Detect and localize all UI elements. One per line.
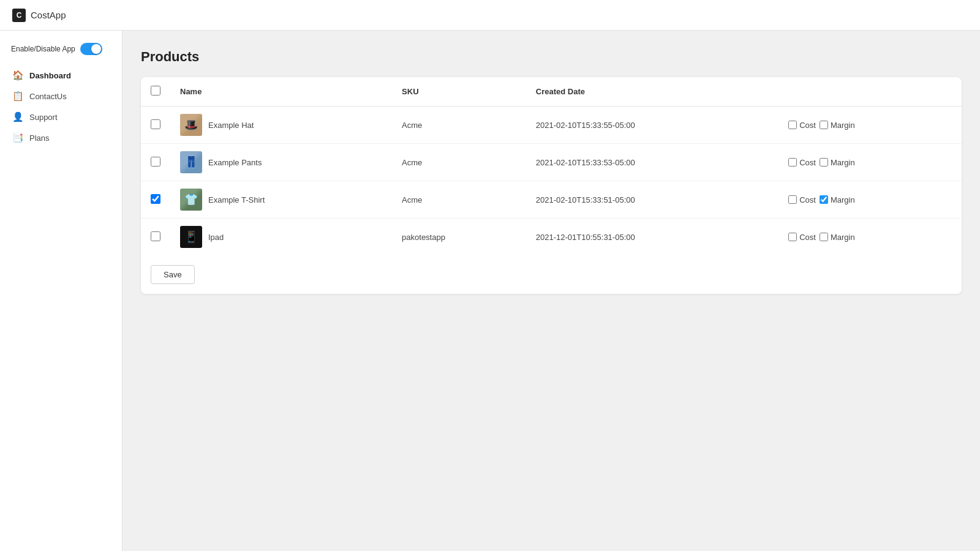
sidebar: Enable/Disable App 🏠 Dashboard 📋 Contact… — [0, 31, 123, 551]
app-logo: C — [12, 9, 26, 22]
sidebar-nav: 🏠 Dashboard 📋 ContactUs 👤 Support 📑 Plan… — [6, 65, 116, 148]
cost-checkbox-pants[interactable] — [788, 158, 797, 167]
enable-disable-toggle[interactable] — [80, 43, 102, 55]
select-all-checkbox[interactable] — [151, 86, 160, 96]
dashboard-icon: 🏠 — [12, 70, 23, 81]
table-header-row: Name SKU Created Date — [141, 77, 962, 107]
enable-disable-label: Enable/Disable App — [11, 45, 75, 53]
col-name: Name — [170, 77, 392, 107]
app-title: CostApp — [31, 10, 66, 20]
sidebar-item-contactus-label: ContactUs — [29, 92, 67, 101]
product-name-text: Example Hat — [208, 121, 254, 130]
row-sku-cell: pakotestapp — [392, 219, 526, 256]
cost-checkbox-ipad[interactable] — [788, 233, 797, 241]
cost-margin-options: CostMargin — [788, 233, 952, 242]
sidebar-item-support[interactable]: 👤 Support — [6, 107, 116, 127]
cost-margin-options: CostMargin — [788, 158, 952, 167]
margin-checkbox-ipad[interactable] — [820, 233, 828, 241]
products-tbody: 🎩Example HatAcme2021-02-10T15:33:55-05:0… — [141, 107, 962, 256]
layout: Enable/Disable App 🏠 Dashboard 📋 Contact… — [0, 31, 980, 551]
cost-label-tshirt[interactable]: Cost — [788, 195, 816, 204]
table-row: 👖Example PantsAcme2021-02-10T15:33:53-05… — [141, 144, 962, 181]
sidebar-item-contactus[interactable]: 📋 ContactUs — [6, 86, 116, 107]
cost-label-pants[interactable]: Cost — [788, 158, 816, 167]
cost-checkbox-hat[interactable] — [788, 121, 797, 129]
row-sku-cell: Acme — [392, 181, 526, 219]
cost-checkbox-tshirt[interactable] — [788, 195, 797, 204]
toggle-track — [80, 43, 102, 55]
product-name-cell: 👕Example T-Shirt — [180, 189, 382, 211]
cost-margin-options: CostMargin — [788, 195, 952, 204]
cost-label-hat[interactable]: Cost — [788, 121, 816, 130]
sidebar-item-dashboard[interactable]: 🏠 Dashboard — [6, 65, 116, 86]
margin-label-pants[interactable]: Margin — [820, 158, 855, 167]
toggle-thumb — [91, 44, 101, 54]
margin-label-tshirt[interactable]: Margin — [820, 195, 855, 204]
row-name-cell: 📱Ipad — [170, 219, 392, 256]
save-area: Save — [141, 255, 962, 294]
row-date-cell: 2021-02-10T15:33:53-05:00 — [526, 144, 778, 181]
products-table: Name SKU Created Date 🎩Example HatAcme20… — [141, 77, 962, 255]
row-cost-margin-cell: CostMargin — [778, 144, 962, 181]
row-date-cell: 2021-02-10T15:33:51-05:00 — [526, 181, 778, 219]
margin-label-ipad[interactable]: Margin — [820, 233, 855, 242]
row-cost-margin-cell: CostMargin — [778, 219, 962, 256]
plans-icon: 📑 — [12, 132, 23, 143]
row-select-cell — [141, 219, 170, 256]
row-select-cell — [141, 144, 170, 181]
sidebar-item-dashboard-label: Dashboard — [29, 71, 71, 80]
product-thumbnail-tshirt: 👕 — [180, 189, 202, 211]
col-created-date: Created Date — [526, 77, 778, 107]
products-card: Name SKU Created Date 🎩Example HatAcme20… — [141, 77, 962, 294]
product-name-cell: 🎩Example Hat — [180, 114, 382, 136]
cost-margin-options: CostMargin — [788, 121, 952, 130]
sidebar-item-support-label: Support — [29, 113, 58, 122]
row-checkbox-tshirt[interactable] — [151, 194, 160, 204]
table-row: 📱Ipadpakotestapp2021-12-01T10:55:31-05:0… — [141, 219, 962, 256]
margin-checkbox-hat[interactable] — [820, 121, 828, 129]
row-date-cell: 2021-12-01T10:55:31-05:00 — [526, 219, 778, 256]
contactus-icon: 📋 — [12, 91, 23, 102]
sidebar-item-plans-label: Plans — [29, 133, 50, 143]
product-thumbnail-hat: 🎩 — [180, 114, 202, 136]
col-sku: SKU — [392, 77, 526, 107]
sidebar-item-plans[interactable]: 📑 Plans — [6, 127, 116, 148]
product-name-text: Ipad — [208, 233, 224, 242]
row-cost-margin-cell: CostMargin — [778, 181, 962, 219]
product-name-text: Example T-Shirt — [208, 195, 265, 204]
margin-checkbox-tshirt[interactable] — [820, 195, 828, 204]
margin-checkbox-pants[interactable] — [820, 158, 828, 167]
row-checkbox-ipad[interactable] — [151, 231, 160, 241]
enable-disable-row: Enable/Disable App — [6, 43, 116, 55]
margin-label-hat[interactable]: Margin — [820, 121, 855, 130]
product-name-cell: 📱Ipad — [180, 226, 382, 248]
support-icon: 👤 — [12, 111, 23, 122]
row-select-cell — [141, 181, 170, 219]
product-thumbnail-pants: 👖 — [180, 151, 202, 173]
product-name-cell: 👖Example Pants — [180, 151, 382, 173]
table-row: 👕Example T-ShirtAcme2021-02-10T15:33:51-… — [141, 181, 962, 219]
col-options — [778, 77, 962, 107]
row-sku-cell: Acme — [392, 107, 526, 144]
row-checkbox-pants[interactable] — [151, 157, 160, 167]
page-title: Products — [141, 49, 962, 65]
col-select — [141, 77, 170, 107]
top-bar: C CostApp — [0, 0, 980, 31]
row-checkbox-hat[interactable] — [151, 119, 160, 129]
row-sku-cell: Acme — [392, 144, 526, 181]
save-button[interactable]: Save — [151, 265, 195, 284]
row-name-cell: 🎩Example Hat — [170, 107, 392, 144]
row-name-cell: 👖Example Pants — [170, 144, 392, 181]
table-row: 🎩Example HatAcme2021-02-10T15:33:55-05:0… — [141, 107, 962, 144]
product-name-text: Example Pants — [208, 158, 262, 167]
row-date-cell: 2021-02-10T15:33:55-05:00 — [526, 107, 778, 144]
product-thumbnail-ipad: 📱 — [180, 226, 202, 248]
row-name-cell: 👕Example T-Shirt — [170, 181, 392, 219]
main-content: Products Name SKU Created Date — [123, 31, 980, 551]
cost-label-ipad[interactable]: Cost — [788, 233, 816, 242]
row-select-cell — [141, 107, 170, 144]
row-cost-margin-cell: CostMargin — [778, 107, 962, 144]
